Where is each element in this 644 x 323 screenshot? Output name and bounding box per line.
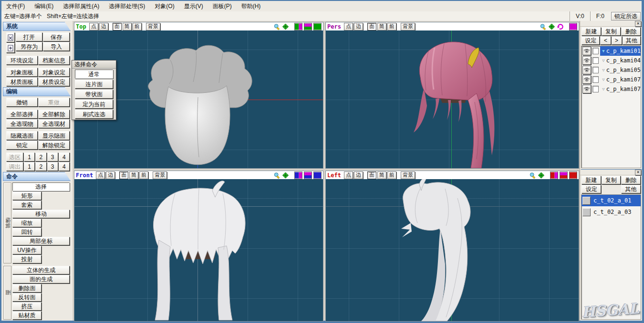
command-group-tab-face[interactable]: 面 — [3, 266, 11, 320]
lasso-select-button[interactable]: 套索 — [12, 201, 42, 209]
apply-material-button[interactable]: 贴材质 — [12, 311, 42, 320]
material-swatch[interactable] — [582, 208, 591, 216]
object-prev-button[interactable]: < — [600, 36, 611, 45]
toggle-background[interactable]: 背景 — [401, 23, 415, 30]
recall-slot-1-button[interactable]: 1 — [24, 162, 35, 171]
close-icon[interactable]: ✕ — [635, 21, 641, 27]
create-primitive-button[interactable]: 立体的生成 — [12, 266, 70, 274]
store-slot-4-button[interactable]: 4 — [59, 152, 70, 162]
toggle-front[interactable]: 前 — [133, 23, 142, 30]
shade-solid-icon[interactable] — [569, 172, 577, 179]
select-all-button[interactable]: 全部选择 — [6, 110, 38, 119]
material-setting-button[interactable]: 材质设定 — [38, 77, 70, 86]
toggle-points[interactable]: 点 — [89, 23, 98, 30]
toggle-faces[interactable]: 面 — [367, 172, 376, 179]
material-list-item[interactable]: c_t_02_a_01 — [582, 195, 641, 206]
pan-icon[interactable] — [538, 172, 545, 179]
material-setting-button[interactable]: 设定 — [582, 185, 601, 193]
expand-triangle-icon[interactable]: ▽ — [602, 87, 604, 91]
select-current-material-button[interactable]: 全选现材 — [38, 119, 70, 128]
select-command-button[interactable]: 选择 — [12, 182, 70, 191]
menu-file[interactable]: 文件(F) — [1, 1, 30, 11]
brush-select-button[interactable]: 刷式连选 — [75, 110, 113, 119]
recall-slot-2-button[interactable]: 2 — [35, 162, 46, 171]
current-object-checkbox[interactable] — [592, 86, 599, 92]
show-hidden-faces-button[interactable]: 显示隐面 — [38, 131, 70, 140]
expand-triangle-icon[interactable]: ▼ — [602, 49, 604, 53]
object-list-item[interactable]: ▽c_p_kami07 — [582, 84, 641, 94]
extrude-button[interactable]: 挤压 — [12, 302, 42, 311]
save-as-button[interactable]: 另存为 — [16, 42, 42, 51]
shade-split-vertical-icon[interactable] — [294, 172, 302, 179]
toggle-edges[interactable]: 边 — [99, 23, 108, 30]
object-list-item[interactable]: ▽c_p_kami05 — [582, 65, 641, 75]
toggle-background[interactable]: 背景 — [146, 23, 160, 30]
rotate-button[interactable]: 回转 — [12, 228, 42, 236]
environment-setting-button[interactable]: 环境设定 — [6, 56, 38, 65]
save-button[interactable]: 保存 — [43, 32, 70, 41]
object-delete-button[interactable]: 删除 — [621, 27, 641, 36]
zoom-icon[interactable] — [540, 23, 547, 30]
menu-view[interactable]: 显示(V) — [179, 1, 208, 11]
material-delete-button[interactable]: 删除 — [621, 176, 641, 184]
toggle-faces[interactable]: 面 — [113, 23, 122, 30]
toggle-front[interactable]: 前 — [387, 172, 396, 179]
toggle-background[interactable]: 背景 — [401, 172, 415, 179]
open-button[interactable]: 打开 — [16, 32, 42, 41]
toggle-simple[interactable]: 简 — [377, 23, 386, 30]
current-object-checkbox[interactable] — [592, 48, 599, 54]
import-button[interactable]: 导入 — [43, 42, 70, 51]
object-other-button[interactable]: 其他 — [623, 36, 641, 45]
object-list-item[interactable]: ▽c_p_kami07 — [582, 75, 641, 84]
undo-button[interactable]: 撤销 — [6, 98, 38, 107]
object-list-item[interactable]: ▼c_p_kami01 — [582, 46, 641, 56]
viewport-pers-canvas[interactable] — [326, 30, 579, 168]
expand-triangle-icon[interactable]: ▽ — [602, 68, 604, 72]
belt-faces-button[interactable]: 带状面 — [75, 90, 113, 99]
material-other-button[interactable]: 其他 — [621, 185, 641, 193]
toggle-points[interactable]: 点 — [344, 23, 353, 30]
new-document-icon-button[interactable] — [6, 32, 15, 42]
toggle-faces[interactable]: 面 — [367, 23, 376, 30]
shade-solid-icon[interactable] — [569, 23, 577, 30]
lock-button[interactable]: 锁定 — [6, 141, 38, 150]
toggle-front[interactable]: 前 — [387, 23, 396, 30]
material-copy-button[interactable]: 复制 — [602, 176, 621, 184]
pan-icon[interactable] — [548, 23, 555, 30]
menu-selected-proc[interactable]: 选择部处理(S) — [104, 1, 150, 11]
material-panel-button[interactable]: 材质面板 — [6, 77, 38, 86]
rect-select-button[interactable]: 矩形 — [12, 192, 42, 200]
menu-object[interactable]: 对象(O) — [150, 1, 179, 11]
rotate-icon[interactable] — [557, 23, 564, 30]
current-object-checkbox[interactable] — [592, 57, 599, 64]
local-coords-button[interactable]: 局部坐标 — [12, 237, 70, 245]
object-panel-button[interactable]: 对象面板 — [6, 68, 38, 77]
current-object-checkbox[interactable] — [592, 67, 599, 73]
close-icon[interactable]: ✕ — [635, 170, 641, 175]
visibility-eye-icon[interactable] — [582, 75, 591, 84]
shade-split-horizontal-icon[interactable] — [304, 172, 312, 179]
menu-edit[interactable]: 编辑(E) — [30, 1, 58, 11]
project-button[interactable]: 投射 — [12, 255, 42, 263]
store-slot-3-button[interactable]: 3 — [47, 152, 58, 162]
zoom-icon[interactable] — [273, 23, 280, 30]
toggle-simple[interactable]: 简 — [377, 172, 386, 179]
toggle-background[interactable]: 背景 — [153, 172, 167, 179]
object-next-button[interactable]: > — [612, 36, 622, 45]
toggle-edges[interactable]: 边 — [106, 172, 115, 179]
connected-faces-button[interactable]: 连片面 — [75, 80, 113, 89]
material-new-button[interactable]: 新建 — [582, 176, 601, 184]
visibility-eye-icon[interactable] — [582, 56, 591, 65]
viewport-front-canvas[interactable] — [74, 179, 323, 321]
expand-triangle-icon[interactable]: ▽ — [602, 58, 604, 63]
select-current-object-button[interactable]: 全选现物 — [6, 119, 38, 128]
deselect-all-button[interactable]: 全部解除 — [38, 110, 70, 119]
expand-triangle-icon[interactable]: ▽ — [602, 77, 604, 82]
toggle-points[interactable]: 点 — [344, 172, 353, 179]
object-setting-button[interactable]: 对象设定 — [38, 68, 70, 77]
shade-split-horizontal-icon[interactable] — [560, 172, 568, 179]
store-slot-2-button[interactable]: 2 — [35, 152, 46, 162]
delete-face-button[interactable]: 删除面 — [12, 284, 42, 293]
object-copy-button[interactable]: 复制 — [602, 27, 621, 36]
selection-panel-title[interactable]: 选择命令 — [72, 61, 116, 69]
